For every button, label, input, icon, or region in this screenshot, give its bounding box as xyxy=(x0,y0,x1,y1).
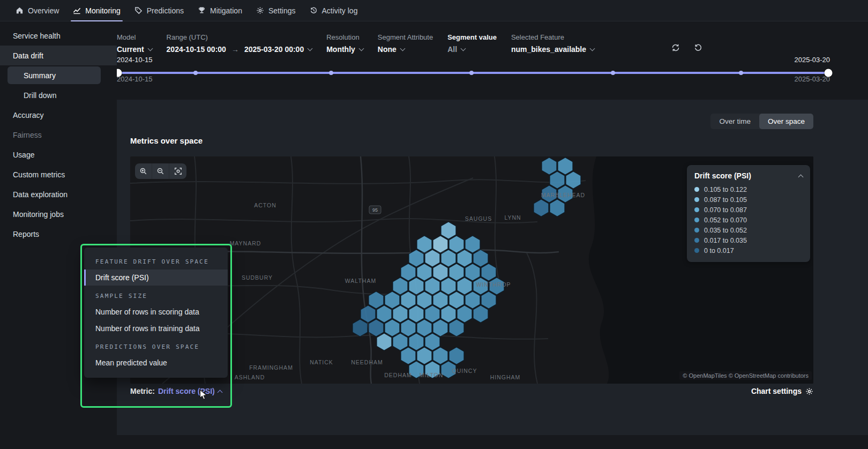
map[interactable]: ACTONMAYNARDSUDBURYWALTHAMSAUGUSLYNNMARB… xyxy=(130,156,813,384)
hex-cell[interactable] xyxy=(457,250,472,267)
hex-cell[interactable] xyxy=(449,319,464,336)
hex-cell[interactable] xyxy=(465,264,480,281)
sidebar-item-data-exploration[interactable]: Data exploration xyxy=(0,184,117,204)
hex-cell[interactable] xyxy=(409,278,424,295)
chart-settings-button[interactable]: Chart settings xyxy=(751,387,813,395)
dropdown-item-mean-predicted-value[interactable]: Mean predicted value xyxy=(84,355,228,371)
hex-cell[interactable] xyxy=(449,264,464,281)
dropdown-item-number-of-rows-in-scoring-data[interactable]: Number of rows in scoring data xyxy=(84,304,228,320)
hex-cell[interactable] xyxy=(481,264,496,281)
timeline-dot[interactable] xyxy=(469,71,474,75)
timeline-handle-end[interactable] xyxy=(825,69,833,77)
metric-selector-trigger[interactable]: Metric: Drift score (PSI) xyxy=(130,387,222,395)
chevron-down-icon xyxy=(400,46,405,51)
hex-cell[interactable] xyxy=(353,319,368,336)
hex-cell[interactable] xyxy=(566,171,581,189)
model-value: Current xyxy=(117,45,144,54)
hex-cell[interactable] xyxy=(401,319,416,336)
hex-cell[interactable] xyxy=(361,305,376,323)
hex-cell[interactable] xyxy=(433,264,448,281)
map-place-label: WINTHROP xyxy=(476,281,511,288)
toggle-over-space[interactable]: Over space xyxy=(759,114,813,129)
nav-item-overview[interactable]: Overview xyxy=(9,0,66,21)
nav-item-predictions[interactable]: Predictions xyxy=(128,0,191,21)
hex-cell[interactable] xyxy=(417,236,432,253)
hex-cell[interactable] xyxy=(417,264,432,281)
sidebar-item-data-drift[interactable]: Data drift xyxy=(0,46,117,65)
toggle-over-time[interactable]: Over time xyxy=(710,114,759,129)
zoom-out-button[interactable] xyxy=(152,163,169,179)
hex-cell[interactable] xyxy=(473,250,488,267)
sidebar-item-fairness[interactable]: Fairness xyxy=(0,125,117,145)
nav-item-settings[interactable]: Settings xyxy=(249,0,303,21)
dropdown-item-drift-score-psi[interactable]: Drift score (PSI) xyxy=(84,270,228,286)
hex-cell[interactable] xyxy=(457,278,472,295)
hex-cell[interactable] xyxy=(417,347,432,364)
map-attribution[interactable]: © OpenMapTiles © OpenStreetMap contribut… xyxy=(679,371,812,380)
hex-cell[interactable] xyxy=(465,291,480,309)
sidebar-item-summary[interactable]: Summary xyxy=(8,66,101,84)
hex-cell[interactable] xyxy=(473,305,488,323)
sidebar-item-usage[interactable]: Usage xyxy=(0,145,117,164)
hex-cell[interactable] xyxy=(441,305,456,323)
zoom-fit-button[interactable] xyxy=(169,163,186,179)
hex-cell[interactable] xyxy=(425,278,440,295)
hex-cell[interactable] xyxy=(377,305,392,323)
model-dropdown[interactable]: Current xyxy=(117,45,152,54)
hex-cell[interactable] xyxy=(441,278,456,295)
timeline-track[interactable] xyxy=(118,72,828,74)
zoom-in-button[interactable] xyxy=(135,163,152,179)
timeline-dot[interactable] xyxy=(739,71,743,75)
chevron-up-icon[interactable] xyxy=(798,174,804,179)
sidebar-item-service-health[interactable]: Service health xyxy=(0,26,117,46)
hex-cell[interactable] xyxy=(457,305,472,323)
hex-cell[interactable] xyxy=(534,199,549,216)
undo-button[interactable] xyxy=(691,41,705,55)
segment-attribute-dropdown[interactable]: None xyxy=(378,45,433,54)
nav-item-monitoring[interactable]: Monitoring xyxy=(66,0,127,21)
timeline-dot[interactable] xyxy=(329,71,333,75)
hex-cell[interactable] xyxy=(481,291,496,309)
hex-cell[interactable] xyxy=(369,319,384,336)
sidebar-item-label: Monitoring jobs xyxy=(13,210,64,219)
segment-value-dropdown[interactable]: All xyxy=(447,45,497,54)
resolution-dropdown[interactable]: Monthly xyxy=(326,45,363,54)
hex-cell[interactable] xyxy=(393,278,408,295)
timeline-end-label-top: 2025-03-20 xyxy=(795,56,830,64)
sidebar-item-monitoring-jobs[interactable]: Monitoring jobs xyxy=(0,204,117,224)
hex-cell[interactable] xyxy=(558,158,573,175)
hex-cell[interactable] xyxy=(433,347,448,364)
timeline-dot[interactable] xyxy=(193,71,198,75)
hex-cell[interactable] xyxy=(425,305,440,323)
nav-item-mitigation[interactable]: Mitigation xyxy=(191,0,249,21)
hex-cell[interactable] xyxy=(393,333,408,350)
nav-item-activity-log[interactable]: Activity log xyxy=(303,0,365,21)
sidebar-item-custom-metrics[interactable]: Custom metrics xyxy=(0,164,117,184)
hex-cell[interactable] xyxy=(377,333,392,350)
chevron-down-icon xyxy=(308,46,313,51)
hex-cell[interactable] xyxy=(409,305,424,323)
hex-cell[interactable] xyxy=(401,264,416,281)
hex-cell[interactable] xyxy=(409,333,424,350)
selected-feature-dropdown[interactable]: num_bikes_available xyxy=(511,45,594,54)
hex-cell[interactable] xyxy=(550,171,565,189)
hex-cell[interactable] xyxy=(449,347,464,364)
hex-cell[interactable] xyxy=(441,222,456,239)
map-place-label: NEEDHAM xyxy=(351,359,383,365)
view-toggle: Over timeOver space xyxy=(710,114,813,129)
hex-cell[interactable] xyxy=(417,319,432,336)
hex-cell[interactable] xyxy=(550,199,565,216)
hex-cell[interactable] xyxy=(401,347,416,364)
sidebar-item-accuracy[interactable]: Accuracy xyxy=(0,105,117,125)
hex-cell[interactable] xyxy=(542,158,557,175)
dropdown-item-number-of-rows-in-training-data[interactable]: Number of rows in training data xyxy=(84,320,228,336)
sidebar-item-drill-down[interactable]: Drill down xyxy=(0,85,117,105)
refresh-button[interactable] xyxy=(669,41,683,55)
timeline-dot[interactable] xyxy=(611,71,615,75)
hex-cell[interactable] xyxy=(433,236,448,253)
hex-cell[interactable] xyxy=(433,319,448,336)
map-legend: Drift score (PSI) 0.105 to 0.1220.087 to… xyxy=(687,165,810,262)
range-dropdown[interactable]: 2024-10-15 00:00 → 2025-03-20 00:00 xyxy=(167,45,312,54)
sidebar-item-reports[interactable]: Reports xyxy=(0,224,117,244)
hex-cell[interactable] xyxy=(393,305,408,323)
